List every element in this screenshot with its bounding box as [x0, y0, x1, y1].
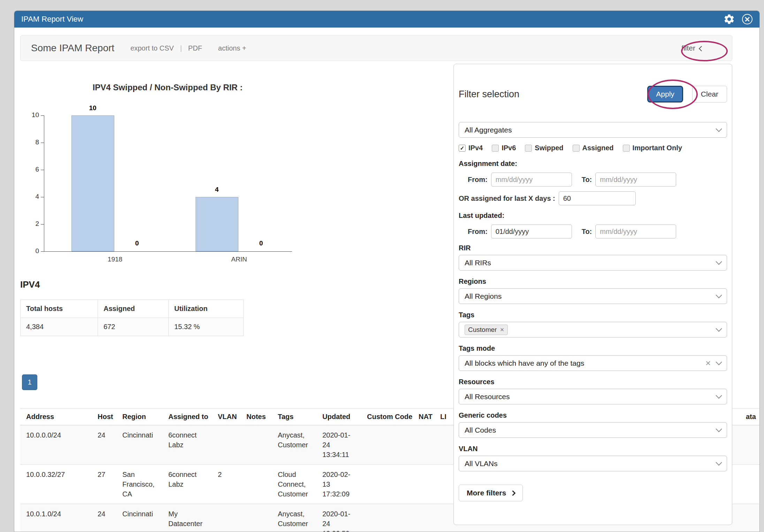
table-cell: 6connect Labz	[162, 465, 212, 504]
regions-dropdown[interactable]: All Regions	[459, 288, 727, 304]
chevron-down-icon	[716, 126, 722, 132]
checkbox-important-only[interactable]: ✓Important Only	[623, 144, 682, 152]
tags-dropdown-content: Customer ✕	[465, 325, 717, 335]
regions-dropdown-value: All Regions	[465, 292, 717, 301]
y-tick-label: 2	[25, 220, 39, 228]
tag-chip-customer: Customer ✕	[465, 325, 508, 335]
rir-label: RIR	[459, 244, 727, 252]
chevron-down-icon	[716, 426, 722, 432]
table-cell	[740, 465, 760, 504]
table-cell	[240, 504, 272, 532]
tags-label: Tags	[459, 311, 727, 319]
export-csv-link[interactable]: export to CSV	[130, 44, 174, 52]
filter-toggle[interactable]: filter	[681, 44, 703, 52]
tags-mode-label: Tags mode	[459, 344, 727, 352]
bar-value-label: 10	[79, 104, 107, 112]
assignment-from-label: From:	[468, 176, 488, 184]
check-mark-icon: ✓	[460, 145, 465, 151]
vlan-dropdown[interactable]: All VLANs	[459, 456, 727, 471]
clear-button[interactable]: Clear	[692, 86, 727, 102]
chevron-right-icon	[510, 491, 516, 496]
settings-gear-icon[interactable]	[723, 13, 735, 25]
chevron-down-icon	[716, 459, 722, 465]
vlan-label: VLAN	[459, 445, 727, 453]
table-cell: 10.0.0.32/27	[20, 465, 92, 504]
tags-dropdown[interactable]: Customer ✕	[459, 322, 727, 337]
checkbox-assigned[interactable]: ✓Assigned	[573, 144, 614, 152]
tag-remove-icon[interactable]: ✕	[500, 327, 504, 333]
checkbox-ipv4[interactable]: ✓IPv4	[459, 144, 483, 152]
table-cell: Anycast, Customer	[272, 504, 316, 532]
chevron-down-icon	[716, 392, 722, 398]
y-tick-label: 10	[25, 111, 39, 119]
generic-codes-dropdown-value: All Codes	[465, 426, 717, 434]
more-filters-button[interactable]: More filters	[459, 485, 523, 501]
filter-toggle-label: filter	[681, 44, 695, 52]
tag-chip-label: Customer	[468, 326, 497, 334]
last-updated-label: Last updated:	[459, 212, 727, 220]
chevron-down-icon	[716, 292, 722, 298]
last-x-days-input[interactable]	[559, 191, 636, 205]
checkbox-ipv6[interactable]: ✓IPv6	[492, 144, 516, 152]
rir-bar-chart: IPV4 Swipped / Non-Swipped By RIR : 0246…	[14, 74, 321, 286]
x-category-label: ARIN	[177, 256, 301, 263]
generic-codes-dropdown[interactable]: All Codes	[459, 422, 727, 438]
table-cell: 27	[92, 465, 116, 504]
last-updated-to-label: To:	[582, 228, 592, 236]
table-cell: 2020-02-13 17:32:09	[316, 465, 361, 504]
table-cell: 10.0.1.0/24	[20, 504, 92, 532]
close-icon[interactable]	[742, 14, 752, 24]
last-updated-to-input[interactable]	[595, 225, 676, 238]
table-cell	[212, 425, 240, 464]
assignment-to-input[interactable]	[595, 173, 676, 187]
y-tick-label: 8	[25, 138, 39, 146]
table-cell: 2	[212, 465, 240, 504]
resources-dropdown[interactable]: All Resources	[459, 389, 727, 404]
table-cell	[361, 465, 413, 504]
pagination-page-1[interactable]: 1	[22, 374, 37, 390]
checkbox-icon: ✓	[573, 145, 580, 152]
summary-header-utilization: Utilization	[169, 300, 244, 318]
filter-panel-header: Filter selection Apply Clear	[459, 86, 727, 102]
y-tick-label: 0	[25, 247, 39, 255]
titlebar-icons	[723, 13, 752, 25]
export-pdf-link[interactable]: PDF	[188, 44, 202, 52]
assignment-to-label: To:	[582, 176, 592, 184]
tags-mode-dropdown[interactable]: All blocks which have any of the tags ✕	[459, 355, 727, 371]
checkbox-row: ✓IPv4✓IPv6✓Swipped✓Assigned✓Important On…	[459, 144, 727, 152]
checkbox-swipped[interactable]: ✓Swipped	[525, 144, 563, 152]
title-bar: IPAM Report View	[14, 11, 759, 28]
summary-value-utilization: 15.32 %	[169, 318, 244, 336]
table-cell: Anycast, Customer	[272, 425, 316, 464]
window-title: IPAM Report View	[21, 15, 723, 24]
column-header-notes: Notes	[240, 409, 272, 425]
actions-menu[interactable]: actions +	[218, 44, 246, 52]
table-cell: San Francisco, CA	[116, 465, 162, 504]
last-updated-from-label: From:	[468, 228, 488, 236]
table-cell: 6connect Labz	[162, 425, 212, 464]
summary-header-assigned: Assigned	[98, 300, 169, 318]
table-cell: 2020-01-24 13:33:59	[316, 504, 361, 532]
tags-mode-dropdown-value: All blocks which have any of the tags	[465, 359, 705, 367]
table-cell: 24	[92, 504, 116, 532]
clear-value-icon[interactable]: ✕	[705, 359, 711, 367]
summary-value-total-hosts: 4,384	[21, 318, 98, 336]
last-updated-from-input[interactable]	[491, 225, 572, 238]
resources-dropdown-value: All Resources	[465, 393, 717, 401]
apply-button[interactable]: Apply	[647, 86, 683, 102]
column-header-assigned-to: Assigned to	[162, 409, 212, 425]
assignment-from-input[interactable]	[491, 173, 572, 187]
ipv4-section-heading: IPV4	[20, 279, 40, 290]
chevron-down-icon	[716, 325, 722, 332]
column-header-host: Host	[92, 409, 116, 425]
rir-dropdown-value: All RIRs	[465, 259, 717, 267]
bar-1918-0	[71, 115, 114, 251]
summary-value-assigned: 672	[98, 318, 169, 336]
summary-header-total-hosts: Total hosts	[21, 300, 98, 318]
rir-dropdown[interactable]: All RIRs	[459, 255, 727, 271]
chevron-down-icon	[716, 258, 722, 265]
last-x-days-row: OR assigned for last X days :	[459, 191, 727, 205]
table-cell	[413, 425, 434, 464]
y-axis-line	[44, 115, 44, 251]
aggregates-dropdown[interactable]: All Aggregates	[459, 122, 727, 138]
